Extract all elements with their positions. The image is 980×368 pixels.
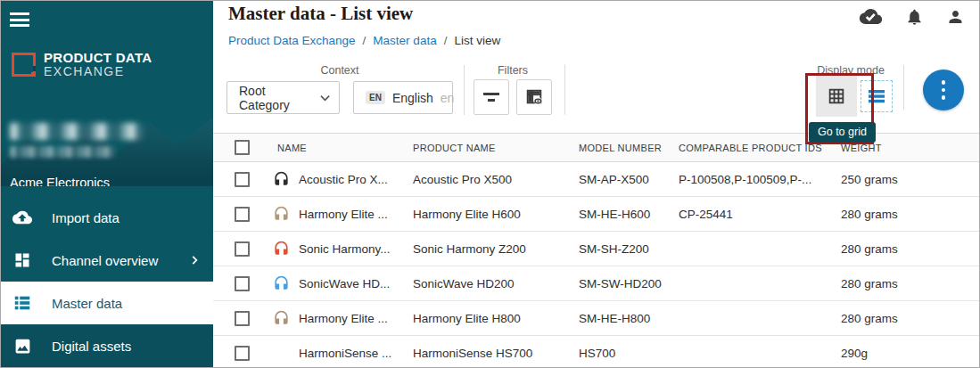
column-header-weight[interactable]: WEIGHT bbox=[841, 143, 979, 153]
category-dropdown[interactable]: Root Category bbox=[226, 81, 340, 114]
cell-product-name: SonicWave HD200 bbox=[413, 277, 579, 290]
display-mode-label: Display mode bbox=[804, 64, 897, 77]
language-dropdown[interactable]: EN English en bbox=[353, 81, 453, 114]
filter-lines-icon bbox=[483, 92, 499, 102]
table-row[interactable]: HarmoniSense ... HarmoniSense HS700 HS70… bbox=[213, 336, 979, 368]
cell-product-name: Harmony Elite H600 bbox=[413, 208, 579, 221]
product-thumbnail-headphones bbox=[272, 170, 290, 188]
ellipsis-dot bbox=[942, 95, 946, 100]
sidebar-item-channel-overview[interactable]: Channel overview bbox=[1, 239, 213, 282]
list-icon bbox=[866, 86, 887, 107]
sidebar-item-label: Master data bbox=[52, 296, 201, 311]
grid-icon bbox=[827, 86, 846, 106]
sidebar-item-label: Channel overview bbox=[52, 253, 169, 268]
row-checkbox[interactable] bbox=[235, 311, 250, 326]
table-row[interactable]: Harmony Elite ... Harmony Elite H600 SM-… bbox=[213, 197, 979, 232]
breadcrumb-separator: / bbox=[363, 34, 366, 47]
cell-weight: 280 grams bbox=[841, 277, 979, 290]
ellipsis-dot bbox=[942, 80, 946, 85]
chevron-right-icon bbox=[188, 254, 201, 266]
cloud-upload-icon bbox=[12, 208, 32, 227]
sidebar-menu: Import data Channel overview Master data bbox=[1, 186, 213, 367]
cell-name: Sonic Harmony... bbox=[299, 242, 413, 256]
table-eye-icon bbox=[524, 87, 544, 107]
product-thumbnail-headphones bbox=[272, 205, 290, 223]
filter-button[interactable] bbox=[474, 79, 509, 115]
language-suffix: en bbox=[441, 91, 455, 105]
column-header-comparable-ids[interactable]: COMPARABLE PRODUCT IDS bbox=[679, 143, 841, 153]
toolbar-divider bbox=[903, 65, 904, 110]
filters-label: Filters bbox=[474, 64, 552, 77]
table-row[interactable]: Acoustic Pro X... Acoustic Pro X500 SM-A… bbox=[213, 162, 979, 197]
ellipsis-dot bbox=[942, 88, 946, 93]
cell-comparable-ids: CP-25441 bbox=[679, 208, 841, 221]
table-row[interactable]: Sonic Harmony... Sonic Harmony Z200 SM-S… bbox=[213, 232, 979, 266]
cell-model-number: SM-HE-H800 bbox=[579, 312, 679, 325]
toolbar-divider bbox=[564, 65, 565, 115]
cell-name: Harmony Elite ... bbox=[299, 208, 413, 221]
category-dropdown-value: Root Category bbox=[239, 84, 313, 112]
row-checkbox[interactable] bbox=[235, 346, 250, 361]
cell-model-number: SM-HE-H600 bbox=[579, 208, 679, 221]
select-all-checkbox[interactable] bbox=[235, 140, 250, 155]
language-value: English bbox=[392, 91, 433, 105]
cloud-sync-icon[interactable] bbox=[859, 8, 883, 26]
hamburger-menu-icon[interactable] bbox=[10, 12, 29, 27]
page-title: Master data - List view bbox=[228, 3, 413, 25]
user-name-redacted bbox=[10, 123, 144, 140]
breadcrumb-link-product-data-exchange[interactable]: Product Data Exchange bbox=[228, 34, 356, 47]
product-thumbnail-headphones bbox=[272, 309, 290, 327]
user-profile-icon[interactable] bbox=[946, 7, 965, 27]
sidebar-item-import-data[interactable]: Import data bbox=[1, 196, 213, 239]
breadcrumb-separator: / bbox=[444, 34, 448, 47]
column-visibility-button[interactable] bbox=[516, 79, 552, 115]
logo-square-icon bbox=[12, 53, 36, 77]
company-name: Acme Electronics bbox=[10, 176, 110, 186]
sidebar-item-master-data[interactable]: Master data bbox=[1, 282, 213, 324]
user-email-redacted bbox=[10, 146, 115, 158]
sidebar-item-digital-assets[interactable]: Digital assets bbox=[1, 324, 213, 367]
breadcrumb-current: List view bbox=[454, 34, 500, 47]
cell-weight: 280 grams bbox=[841, 312, 979, 325]
grid-view-button[interactable] bbox=[816, 76, 857, 117]
list-view-button-active[interactable] bbox=[860, 79, 894, 113]
table-row[interactable]: Harmony Elite ... Harmony Elite H800 SM-… bbox=[213, 301, 979, 336]
cell-comparable-ids: P-100508,P-100509,P-... bbox=[679, 173, 841, 186]
row-checkbox[interactable] bbox=[235, 207, 250, 222]
column-header-model-number[interactable]: MODEL NUMBER bbox=[579, 143, 679, 153]
cell-name: Harmony Elite ... bbox=[299, 312, 413, 325]
chevron-down-icon bbox=[320, 94, 330, 102]
cell-weight: 280 grams bbox=[841, 208, 979, 221]
cell-weight: 280 grams bbox=[841, 242, 979, 256]
breadcrumb-link-master-data[interactable]: Master data bbox=[373, 34, 436, 47]
product-thumbnail-headphones bbox=[272, 274, 290, 292]
cell-model-number: SM-SH-Z200 bbox=[579, 242, 679, 256]
app-logo: PRODUCT DATA EXCHANGE bbox=[12, 51, 152, 78]
column-header-product-name[interactable]: PRODUCT NAME bbox=[413, 143, 579, 153]
language-badge: EN bbox=[366, 91, 385, 104]
toolbar-divider bbox=[464, 65, 465, 115]
cell-name: HarmoniSense ... bbox=[299, 347, 413, 360]
row-checkbox[interactable] bbox=[235, 241, 250, 257]
table-row[interactable]: SonicWave HD... SonicWave HD200 SM-SW-HD… bbox=[213, 266, 979, 301]
notifications-bell-icon[interactable] bbox=[905, 7, 924, 27]
sidebar: PRODUCT DATA EXCHANGE Acme Electronics I… bbox=[1, 1, 213, 367]
more-actions-fab[interactable] bbox=[923, 70, 964, 110]
main-content: Master data - List view Product Data Exc… bbox=[213, 1, 979, 367]
sidebar-item-label: Import data bbox=[52, 210, 201, 225]
cell-product-name: Harmony Elite H800 bbox=[413, 312, 579, 325]
context-label: Context bbox=[226, 64, 453, 77]
cell-name: Acoustic Pro X... bbox=[299, 173, 413, 186]
row-checkbox[interactable] bbox=[235, 276, 250, 291]
breadcrumb: Product Data Exchange / Master data / Li… bbox=[228, 34, 500, 47]
cell-product-name: HarmoniSense HS700 bbox=[413, 347, 579, 360]
cell-model-number: HS700 bbox=[579, 347, 679, 360]
list-rows-icon bbox=[12, 293, 32, 313]
app-window: PRODUCT DATA EXCHANGE Acme Electronics I… bbox=[0, 0, 980, 368]
row-checkbox[interactable] bbox=[235, 172, 250, 187]
go-to-grid-tooltip: Go to grid bbox=[809, 122, 876, 143]
column-header-name[interactable]: NAME bbox=[272, 143, 413, 153]
cell-model-number: SM-AP-X500 bbox=[579, 173, 679, 186]
cell-weight: 250 grams bbox=[841, 173, 979, 186]
dashboard-icon bbox=[12, 250, 32, 270]
